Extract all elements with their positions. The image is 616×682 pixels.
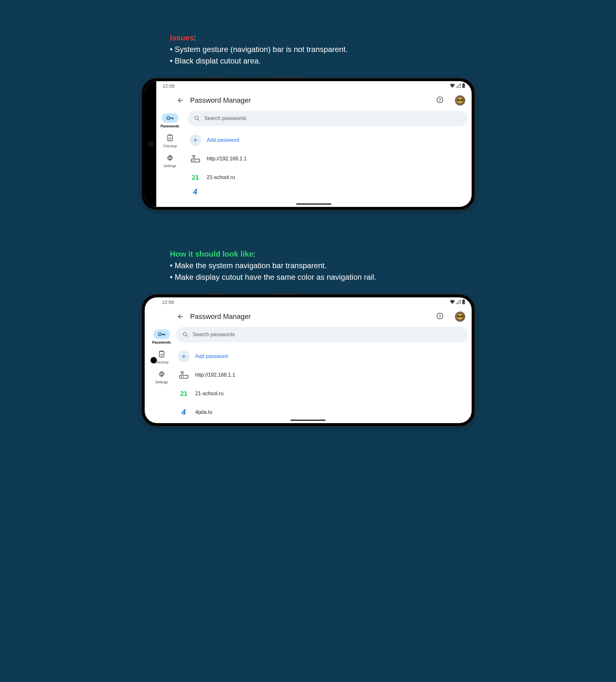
svg-point-10 (192, 160, 193, 161)
svg-rect-17 (159, 351, 164, 357)
svg-point-11 (194, 160, 195, 161)
svg-rect-6 (169, 134, 171, 136)
router-icon (190, 153, 201, 164)
search-placeholder: Search passwords (193, 332, 235, 338)
svg-rect-1 (463, 83, 464, 84)
nav-checkup[interactable]: Checkup (162, 133, 178, 148)
camera-cutout (149, 142, 153, 146)
nav-settings[interactable]: Settings (162, 153, 178, 168)
signal-icon (456, 300, 461, 304)
add-password-button[interactable]: Add password (176, 347, 468, 365)
phone-frame-good: 12:58 Password Manager ? 😎 (142, 295, 475, 426)
page-title: Password Manager (190, 313, 430, 321)
status-bar: 12:58 (156, 81, 472, 90)
svg-point-19 (183, 332, 187, 336)
svg-rect-18 (160, 350, 163, 352)
key-icon (158, 332, 165, 336)
svg-point-22 (181, 376, 182, 377)
svg-rect-21 (180, 375, 188, 378)
4pda-label: 4pda.to (196, 409, 212, 415)
nav-passwords[interactable]: Passwords (152, 329, 171, 344)
app-header: Password Manager ? 😎 (145, 306, 472, 327)
gesture-bar-transparent[interactable] (290, 419, 326, 421)
nav-settings-label: Settings (155, 380, 168, 384)
search-icon (194, 115, 200, 121)
21school-label: 21-school.ru (207, 175, 235, 180)
back-button[interactable] (177, 97, 184, 104)
howto-bullet-1: • Make the system navigation bar transpa… (170, 261, 327, 270)
wifi-icon (450, 84, 455, 88)
issues-section: Issues: • System gesture (navigation) ba… (142, 32, 475, 210)
status-icons (450, 83, 465, 88)
help-button[interactable]: ? (436, 313, 443, 321)
svg-point-7 (195, 116, 198, 120)
nav-settings-label: Settings (164, 164, 177, 168)
svg-point-4 (166, 116, 169, 119)
search-placeholder: Search passwords (204, 115, 247, 121)
howto-bullet-2: • Make display cutout have the same colo… (170, 273, 377, 281)
issues-text: Issues: • System gesture (navigation) ba… (142, 32, 475, 67)
avatar[interactable]: 😎 (455, 312, 465, 322)
avatar[interactable]: 😎 (455, 95, 465, 106)
status-time: 12:58 (163, 83, 175, 89)
plus-icon (181, 354, 187, 359)
password-item-21school[interactable]: 21 21-school.ru (188, 168, 468, 186)
main-content: Search passwords Add password http://192… (172, 327, 472, 423)
21school-label: 21-school.ru (196, 391, 224, 396)
password-item-21school[interactable]: 21 21-school.ru (176, 385, 468, 403)
gesture-bar[interactable] (296, 203, 332, 205)
status-bar: 12:58 (145, 297, 472, 306)
issues-title: Issues (170, 33, 194, 42)
clipboard-icon (167, 134, 173, 141)
help-button[interactable]: ? (436, 96, 443, 105)
signal-icon (456, 84, 461, 88)
issue-bullet-2: • Black displat cutout area. (170, 56, 261, 65)
router-icon (178, 369, 190, 381)
21school-icon: 21 (178, 388, 190, 400)
svg-point-23 (183, 376, 184, 377)
svg-rect-5 (167, 135, 172, 141)
camera-cutout-transparent (151, 357, 157, 363)
router-label: http://192.168.1.1 (207, 156, 247, 162)
nav-passwords-label: Passwords (160, 124, 179, 128)
svg-point-8 (193, 158, 195, 159)
svg-text:?: ? (439, 314, 441, 319)
search-input[interactable]: Search passwords (176, 327, 468, 342)
password-item-4pda[interactable]: 4pda.to (176, 403, 468, 421)
nav-settings[interactable]: Settings (153, 369, 170, 384)
search-input[interactable]: Search passwords (188, 111, 468, 126)
password-item-router[interactable]: http://192.168.1.1 (188, 150, 468, 168)
search-icon (183, 332, 188, 338)
svg-rect-0 (462, 84, 465, 88)
svg-rect-13 (463, 299, 464, 300)
nav-passwords-label: Passwords (152, 340, 171, 344)
key-icon (166, 116, 174, 120)
plus-icon (192, 137, 198, 143)
add-password-button[interactable]: Add password (188, 131, 468, 149)
svg-text:?: ? (439, 97, 441, 102)
status-time: 12:58 (162, 299, 174, 305)
issue-bullet-1: • System gesture (navigation) bar is not… (170, 45, 348, 53)
21school-icon: 21 (190, 172, 201, 183)
add-password-label: Add password (207, 137, 239, 143)
svg-rect-9 (191, 159, 200, 162)
router-label: http://192.168.1.1 (196, 372, 235, 378)
battery-icon (462, 83, 465, 88)
svg-point-20 (182, 374, 183, 375)
howto-section: How it should look like: • Make the syst… (142, 248, 475, 426)
howto-title: How it should look like (170, 250, 253, 258)
svg-point-16 (158, 333, 161, 336)
nav-rail: Passwords Checkup Settings (145, 327, 172, 423)
back-button[interactable] (177, 313, 184, 320)
battery-icon (462, 299, 465, 304)
add-password-label: Add password (196, 354, 228, 359)
4pda-icon (178, 406, 190, 418)
page-title: Password Manager (190, 96, 430, 105)
nav-passwords[interactable]: Passwords (160, 113, 179, 128)
4pda-icon (190, 187, 201, 197)
password-item-partial[interactable] (188, 187, 468, 197)
phone-frame-bad: 12:58 Password Manager ? 😎 (142, 78, 475, 210)
status-icons (450, 299, 465, 304)
cutout-bar-black (145, 81, 156, 207)
password-item-router[interactable]: http://192.168.1.1 (176, 366, 468, 384)
